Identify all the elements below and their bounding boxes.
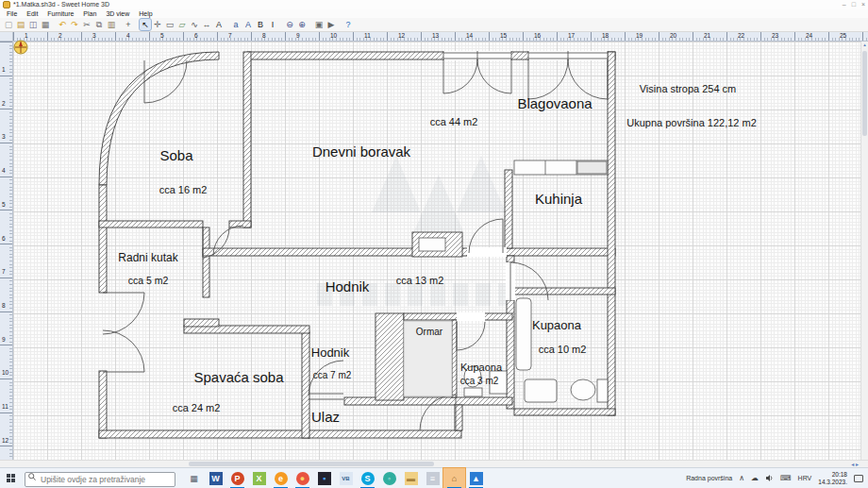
copy-button[interactable]: ⧉ xyxy=(93,19,105,30)
skype-taskbar-icon[interactable]: S xyxy=(357,468,378,488)
create-rooms-button[interactable]: ▱ xyxy=(176,19,188,30)
excel-taskbar-icon[interactable]: X xyxy=(248,468,270,488)
scroll-arrows[interactable]: ◂ ▸ xyxy=(851,461,859,467)
add-text-button[interactable]: A xyxy=(213,19,225,30)
bold-button[interactable]: B xyxy=(255,19,266,30)
ruler-number: 5 xyxy=(2,201,6,208)
ruler-number: 2 xyxy=(2,100,6,107)
word-taskbar-icon[interactable]: W xyxy=(205,468,226,488)
gray-app-taskbar-icon[interactable]: ≡ xyxy=(422,468,443,488)
ruler-number: 25 xyxy=(840,32,846,39)
cut-button[interactable]: ✂ xyxy=(81,19,92,30)
app-window: *1.Matka.sh3d - Sweet Home 3D – □ × File… xyxy=(0,0,868,488)
open-document-button[interactable]: ▤ xyxy=(15,19,26,30)
clock[interactable]: 20:18 14.3.2023. xyxy=(818,471,847,485)
ruler-number: 22 xyxy=(738,32,744,39)
ruler-number: 3 xyxy=(2,133,6,140)
italic-button[interactable]: I xyxy=(267,19,278,30)
add-furniture-button[interactable]: + xyxy=(123,19,134,30)
zoom-in-button[interactable]: ⊕ xyxy=(296,19,308,30)
create-video-button[interactable]: ▶ xyxy=(326,19,337,30)
ruler-number: 8 xyxy=(262,32,266,39)
edge-taskbar-icon[interactable]: e xyxy=(270,468,292,488)
sweet-home-3d-icon: ⌂ xyxy=(448,472,461,485)
plan-canvas[interactable] xyxy=(13,42,868,460)
vb-app-icon: VB xyxy=(340,472,353,485)
skype-icon: S xyxy=(361,472,375,485)
menu-file[interactable]: File xyxy=(2,10,22,17)
excel-icon: X xyxy=(253,472,266,485)
select-button[interactable]: ↖ xyxy=(140,19,151,30)
paste-button[interactable]: ▥ xyxy=(106,19,117,30)
volume-icon[interactable] xyxy=(765,474,774,482)
start-button[interactable] xyxy=(0,468,21,488)
language-indicator[interactable]: HRV xyxy=(798,475,812,481)
help-button[interactable]: ? xyxy=(342,19,354,30)
create-dimensions-button[interactable]: ↔ xyxy=(201,19,212,30)
photos-taskbar-icon[interactable]: ▲ xyxy=(465,468,487,488)
ruler-number: 10 xyxy=(2,369,8,376)
sweet-home-3d-taskbar-icon[interactable]: ⌂ xyxy=(443,468,465,488)
maximize-button[interactable]: □ xyxy=(852,0,856,9)
ruler-number: 7 xyxy=(2,268,6,275)
print-button[interactable]: ▦ xyxy=(40,19,51,30)
menu-plan[interactable]: Plan xyxy=(78,10,101,17)
ruler-number: 13 xyxy=(432,32,439,39)
decrease-text-size-button[interactable]: a xyxy=(230,19,242,30)
folder-taskbar-icon[interactable]: ▬ xyxy=(400,468,422,488)
menu-3d-view[interactable]: 3D view xyxy=(101,10,134,17)
vb-app-taskbar-icon[interactable]: VB xyxy=(335,468,357,488)
ruler-number: 12 xyxy=(2,437,8,444)
media-player-taskbar-icon[interactable]: ▪ xyxy=(313,468,335,488)
menu-furniture[interactable]: Furniture xyxy=(42,10,78,17)
create-walls-button[interactable]: ▭ xyxy=(164,19,175,30)
menu-help[interactable]: Help xyxy=(134,10,157,17)
taskbar-search-input[interactable] xyxy=(25,472,175,487)
vertical-scrollbar[interactable]: ▴ xyxy=(860,42,868,460)
system-tray: Radna površina ∧ ☁ ⌨ HRV 20:18 14.3.2023… xyxy=(686,471,868,485)
teal-app-taskbar-icon[interactable]: ◦ xyxy=(378,468,400,488)
create-polylines-button[interactable]: ∿ xyxy=(189,19,200,30)
media-player-icon: ▪ xyxy=(318,472,331,485)
new-document-button[interactable]: ▢ xyxy=(3,19,14,30)
toolbar: ▢▤◫▦↶↷✂⧉▥+↖✛▭▱∿↔AaABI⊖⊕▣▶? xyxy=(0,18,868,32)
redo-button[interactable]: ↷ xyxy=(69,19,80,30)
ruler-number: 4 xyxy=(2,167,6,174)
horizontal-scrollbar[interactable]: ◂ ▸ xyxy=(0,460,868,467)
ruler-corner xyxy=(0,32,13,42)
ruler-number: 3 xyxy=(92,32,96,39)
app-icon xyxy=(3,1,10,8)
touch-keyboard-icon[interactable]: ⌨ xyxy=(780,474,792,482)
ruler-number: 14 xyxy=(466,32,473,39)
create-photo-button[interactable]: ▣ xyxy=(313,19,325,30)
vertical-ruler: 123456789101112 xyxy=(0,42,13,460)
desktop-toolbar-label[interactable]: Radna površina xyxy=(686,475,732,481)
ruler-number: 7 xyxy=(228,32,232,39)
menu-edit[interactable]: Edit xyxy=(22,10,42,17)
ruler-number: 10 xyxy=(330,32,337,39)
powerpoint-taskbar-icon[interactable]: P xyxy=(226,468,248,488)
taskbar-apps: ▦WPXe●▪VBS◦▬≡⌂▲ xyxy=(183,468,487,488)
menu-bar: FileEditFurniturePlan3D viewHelp xyxy=(0,9,868,18)
pan-button[interactable]: ✛ xyxy=(152,19,163,30)
firefox-taskbar-icon[interactable]: ● xyxy=(292,468,313,488)
photos-icon: ▲ xyxy=(470,472,483,485)
ruler-number: 11 xyxy=(2,403,8,410)
taskbar: ▦WPXe●▪VBS◦▬≡⌂▲ Radna površina ∧ ☁ ⌨ HRV… xyxy=(0,467,868,488)
action-center-icon[interactable] xyxy=(854,475,863,482)
save-document-button[interactable]: ◫ xyxy=(27,19,39,30)
hidden-icons-chevron[interactable]: ∧ xyxy=(739,474,744,482)
tray-time: 20:18 xyxy=(818,471,847,479)
zoom-out-button[interactable]: ⊖ xyxy=(284,19,295,30)
firefox-icon: ● xyxy=(296,472,309,485)
minimize-button[interactable]: – xyxy=(843,0,846,9)
horizontal-ruler: 1234567891011121314151617181920212223242… xyxy=(13,32,868,42)
ruler-number: 12 xyxy=(398,32,405,39)
ruler-number: 4 xyxy=(126,32,130,39)
undo-button[interactable]: ↶ xyxy=(57,19,68,30)
onedrive-icon[interactable]: ☁ xyxy=(751,474,759,482)
close-button[interactable]: × xyxy=(861,0,865,9)
increase-text-size-button[interactable]: A xyxy=(242,19,254,30)
task-view-taskbar-icon[interactable]: ▦ xyxy=(183,468,205,488)
ruler-number: 18 xyxy=(602,32,609,39)
